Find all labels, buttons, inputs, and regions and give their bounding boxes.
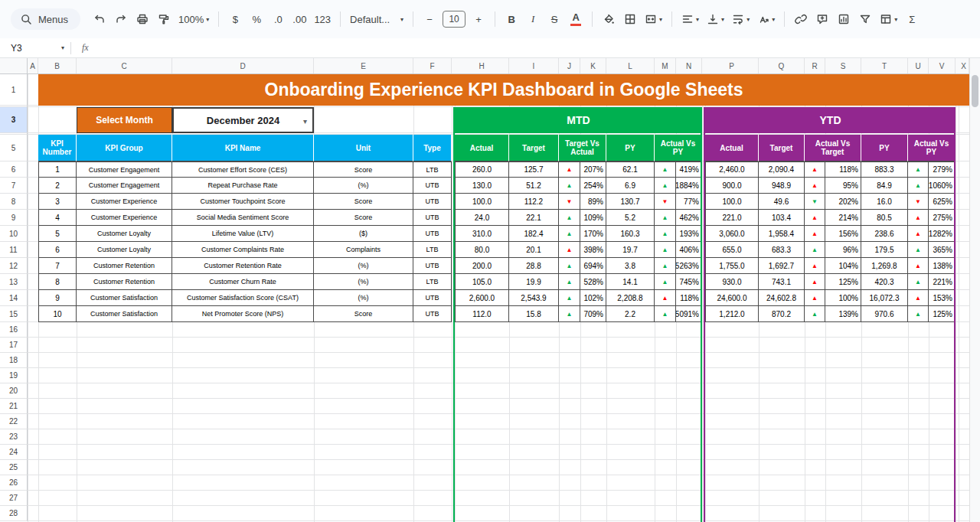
row-header[interactable]: 26	[0, 475, 28, 491]
column-header[interactable]: M	[655, 58, 676, 73]
fx-icon: fx	[82, 42, 89, 54]
trend-up-icon: ▲	[559, 242, 580, 258]
decrease-font-size-button[interactable]: −	[420, 9, 439, 29]
borders-button[interactable]	[620, 9, 640, 29]
column-header[interactable]: I	[509, 58, 559, 73]
insert-comment-button[interactable]	[812, 9, 832, 29]
row-header[interactable]: 13	[0, 274, 28, 290]
row-header[interactable]: 18	[0, 353, 28, 368]
row-header[interactable]: 10	[0, 226, 28, 242]
font-size-input[interactable]: 10	[443, 11, 466, 28]
row-header[interactable]: 12	[0, 258, 28, 274]
percent-format-button[interactable]: %	[247, 9, 266, 29]
row-header[interactable]: 20	[0, 383, 28, 399]
table-cell: 15.8	[509, 306, 559, 322]
scrollbar-thumb[interactable]	[972, 75, 978, 107]
functions-button[interactable]: Σ	[902, 9, 922, 29]
table-cell: LTB	[413, 242, 452, 258]
column-header[interactable]: P	[705, 58, 759, 73]
bold-button[interactable]: B	[501, 9, 521, 29]
row-header[interactable]: 3	[0, 107, 28, 133]
select-all-corner[interactable]	[0, 58, 28, 74]
strikethrough-button[interactable]: S	[544, 9, 564, 29]
table-views-button[interactable]: ▾	[877, 9, 900, 29]
column-header[interactable]: H	[455, 58, 509, 73]
table-header-cell: Actual	[705, 135, 759, 161]
menus-button[interactable]: Menus	[11, 8, 80, 30]
row-header[interactable]: 1	[0, 74, 28, 106]
row-header[interactable]: 24	[0, 445, 28, 460]
redo-button[interactable]	[111, 9, 131, 29]
row-header[interactable]: 17	[0, 338, 28, 353]
table-cell: Customer Experience	[77, 210, 172, 226]
vertical-align-button[interactable]: ▾	[704, 9, 727, 29]
column-header[interactable]: U	[908, 58, 929, 73]
row-header[interactable]: 21	[0, 399, 28, 414]
column-header[interactable]: S	[825, 58, 861, 73]
table-cell: 2	[38, 178, 77, 194]
row-header[interactable]: 19	[0, 368, 28, 383]
column-header[interactable]: C	[77, 58, 172, 73]
formula-input[interactable]	[89, 38, 980, 57]
fill-color-button[interactable]	[599, 9, 619, 29]
create-filter-button[interactable]	[855, 9, 875, 29]
italic-button[interactable]: I	[523, 9, 543, 29]
column-header[interactable]: R	[805, 58, 825, 73]
row-header[interactable]: 7	[0, 178, 28, 194]
row-header[interactable]: 22	[0, 414, 28, 429]
month-dropdown[interactable]: December 2024 ▾	[172, 107, 314, 133]
currency-format-button[interactable]: $	[225, 9, 245, 29]
sheet-grid[interactable]: Onboarding Experience KPI Dashboard in G…	[0, 74, 980, 522]
row-header[interactable]: 27	[0, 491, 28, 506]
column-header[interactable]: K	[580, 58, 606, 73]
font-select[interactable]: Default...▾	[347, 9, 407, 29]
column-header[interactable]: F	[413, 58, 452, 73]
increase-decimal-button[interactable]: .00	[289, 9, 309, 29]
table-cell: 118%	[676, 290, 702, 306]
table-cell: Customer Satisfaction Score (CSAT)	[172, 290, 314, 306]
table-header-cell: PY	[861, 135, 908, 161]
row-header[interactable]: 6	[0, 161, 28, 178]
merge-cells-button[interactable]: ▾	[642, 9, 665, 29]
vertical-scrollbar[interactable]	[969, 58, 980, 522]
column-header[interactable]: Q	[759, 58, 805, 73]
column-header[interactable]: A	[28, 58, 38, 73]
column-header[interactable]: V	[929, 58, 956, 73]
row-header[interactable]: 5	[0, 135, 28, 161]
undo-button[interactable]	[90, 9, 109, 29]
text-rotation-button[interactable]: ▾	[754, 9, 778, 29]
paint-format-button[interactable]	[154, 9, 174, 29]
row-header[interactable]: 16	[0, 322, 28, 338]
row-header[interactable]: 23	[0, 429, 28, 445]
trend-up-icon: ▲	[908, 306, 929, 322]
row-header[interactable]: 28	[0, 506, 28, 521]
insert-chart-button[interactable]	[834, 9, 854, 29]
column-header[interactable]: T	[861, 58, 908, 73]
table-cell: Customer Engagement	[77, 161, 172, 178]
more-formats-button[interactable]: 123	[311, 9, 334, 29]
name-box[interactable]: Y3 ▾	[0, 43, 70, 54]
text-wrap-button[interactable]: ▾	[729, 9, 753, 29]
row-header[interactable]: 11	[0, 242, 28, 258]
row-header[interactable]: 15	[0, 306, 28, 322]
insert-link-button[interactable]	[791, 9, 811, 29]
row-header[interactable]: 9	[0, 210, 28, 226]
column-header[interactable]: X	[959, 58, 969, 73]
print-button[interactable]	[132, 9, 152, 29]
table-cell: 100.0	[455, 194, 509, 210]
text-color-button[interactable]: A	[566, 9, 586, 29]
column-header[interactable]: B	[38, 58, 77, 73]
row-header[interactable]: 14	[0, 290, 28, 306]
column-header[interactable]: J	[559, 58, 580, 73]
increase-font-size-button[interactable]: +	[469, 9, 488, 29]
column-header[interactable]: L	[606, 58, 655, 73]
column-header[interactable]: D	[172, 58, 314, 73]
row-header[interactable]: 25	[0, 460, 28, 475]
decrease-decimal-button[interactable]: .0	[268, 9, 288, 29]
column-header[interactable]: E	[314, 58, 413, 73]
column-header[interactable]: N	[676, 58, 702, 73]
zoom-select[interactable]: 100%▾	[175, 9, 212, 29]
row-header[interactable]: 8	[0, 194, 28, 210]
horizontal-align-button[interactable]: ▾	[678, 9, 702, 29]
table-cell: 2,600.0	[455, 290, 509, 306]
